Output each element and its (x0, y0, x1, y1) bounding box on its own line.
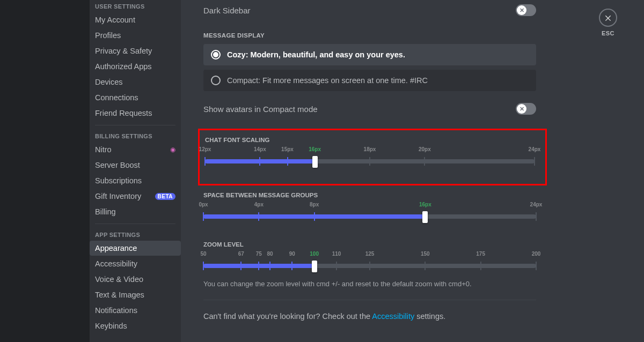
slider-tick-label: 75 (256, 251, 262, 257)
sidebar-item-label: Authorized Apps (95, 62, 152, 71)
slider-thumb[interactable] (312, 261, 317, 272)
sidebar-item-text-images[interactable]: Text & Images (90, 287, 181, 302)
slider-tick-label: 67 (238, 251, 244, 257)
slider-tick (536, 212, 537, 221)
slider-tick-label: 4px (254, 202, 264, 207)
slider-tick-label: 18px (364, 146, 376, 152)
slider-tick-label: 50 (200, 251, 206, 257)
slider-tick (291, 262, 292, 270)
slider-tick-label: 200 (532, 251, 541, 257)
zoom-level-header: ZOOM LEVEL (203, 241, 536, 248)
dark-sidebar-label: Dark Sidebar (203, 6, 251, 15)
sidebar-item-label: Profiles (95, 31, 121, 40)
slider-tick (369, 262, 370, 270)
slider-tick (536, 262, 537, 270)
sidebar-item-label: Notifications (95, 306, 137, 315)
message-display-header: MESSAGE DISPLAY (203, 32, 536, 39)
sidebar-divider (95, 224, 175, 224)
settings-sidebar: USER SETTINGSMy AccountProfilesPrivacy &… (90, 0, 181, 342)
sidebar-item-appearance[interactable]: Appearance (90, 241, 181, 256)
compact-label: Compact: Fit more messages on screen at … (227, 76, 428, 85)
zoom-level-slider[interactable]: 5067758090100110125150175200 (203, 258, 536, 277)
sidebar-item-label: Friend Requests (95, 109, 152, 117)
slider-thumb[interactable] (422, 211, 428, 223)
sidebar-item-privacy-safety[interactable]: Privacy & Safety (90, 43, 181, 58)
slider-tick-label: 80 (267, 251, 273, 257)
slider-tick-label: 110 (332, 251, 341, 257)
x-icon: ✕ (517, 5, 526, 15)
sidebar-item-label: Voice & Video (95, 275, 143, 284)
sidebar-item-subscriptions[interactable]: Subscriptions (90, 173, 181, 188)
sidebar-item-my-account[interactable]: My Account (90, 12, 181, 27)
slider-thumb[interactable] (312, 156, 318, 168)
show-avatars-row: Show avatars in Compact mode ✕ (203, 95, 536, 122)
radio-icon (211, 50, 221, 60)
sidebar-item-label: Keybinds (95, 322, 127, 330)
slider-tick (203, 262, 204, 270)
accessibility-link[interactable]: Accessibility (372, 312, 414, 321)
dark-sidebar-row: Dark Sidebar ✕ (203, 0, 536, 24)
sidebar-group-header: BILLING SETTINGS (90, 130, 181, 142)
space-between-header: SPACE BETWEEN MESSAGE GROUPS (203, 192, 536, 198)
sidebar-item-authorized-apps[interactable]: Authorized Apps (90, 59, 181, 74)
show-avatars-toggle[interactable]: ✕ (516, 103, 536, 115)
slider-tick-label: 0px (199, 202, 208, 207)
sidebar-item-label: Privacy & Safety (95, 47, 152, 55)
slider-tick-label: 90 (289, 251, 295, 257)
sidebar-item-connections[interactable]: Connections (90, 90, 181, 105)
slider-tick (424, 157, 425, 166)
slider-tick-label: 175 (476, 251, 485, 257)
sidebar-item-keybinds[interactable]: Keybinds (90, 318, 181, 333)
sidebar-item-nitro[interactable]: Nitro◉ (90, 142, 181, 157)
sidebar-item-label: Billing (95, 207, 116, 216)
slider-tick-label: 20px (419, 146, 431, 152)
nitro-icon: ◉ (170, 146, 175, 153)
sidebar-item-friend-requests[interactable]: Friend Requests (90, 106, 181, 121)
settings-content: ESC Dark Sidebar ✕ MESSAGE DISPLAY Cozy:… (181, 0, 644, 342)
sidebar-item-label: Appearance (95, 244, 137, 252)
slider-tick (240, 262, 241, 270)
slider-tick (480, 262, 481, 270)
slider-tick-label: 24px (530, 202, 543, 207)
sidebar-item-server-boost[interactable]: Server Boost (90, 158, 181, 173)
slider-tick-label: 125 (365, 251, 375, 257)
sidebar-item-notifications[interactable]: Notifications (90, 303, 181, 318)
sidebar-item-label: Devices (95, 78, 123, 86)
close-icon (599, 9, 617, 27)
sidebar-item-label: Server Boost (95, 161, 140, 169)
sidebar-item-billing[interactable]: Billing (90, 204, 181, 219)
dark-sidebar-toggle[interactable]: ✕ (516, 4, 536, 16)
slider-tick (258, 262, 259, 270)
chat-font-scaling-slider[interactable]: 12px14px15px16px18px20px24px (205, 154, 535, 172)
zoom-help-text: You can change the zoom level with cmd +… (203, 280, 536, 288)
close-button[interactable]: ESC (599, 9, 617, 36)
slider-tick-label: 24px (529, 146, 541, 152)
slider-tick (534, 157, 535, 166)
footer-text: Can't find what you're looking for? Chec… (203, 312, 536, 321)
highlight-box: CHAT FONT SCALING 12px14px15px16px18px20… (198, 129, 547, 185)
left-gutter (0, 0, 90, 342)
slider-tick (369, 157, 370, 166)
sidebar-item-label: Text & Images (95, 291, 144, 299)
sidebar-item-label: Subscriptions (95, 176, 142, 185)
sidebar-divider (95, 125, 175, 125)
sidebar-item-accessibility[interactable]: Accessibility (90, 256, 181, 271)
sidebar-item-voice-video[interactable]: Voice & Video (90, 272, 181, 287)
show-avatars-label: Show avatars in Compact mode (203, 105, 318, 114)
sidebar-item-gift-inventory[interactable]: Gift InventoryBETA (90, 189, 181, 204)
message-display-compact[interactable]: Compact: Fit more messages on screen at … (203, 70, 536, 91)
x-icon: ✕ (517, 104, 526, 114)
slider-tick (336, 262, 337, 270)
sidebar-group-header: USER SETTINGS (90, 0, 181, 12)
space-between-slider[interactable]: 0px4px8px16px24px (203, 209, 536, 227)
slider-tick-label: 100 (310, 251, 319, 257)
slider-tick-label: 12px (199, 146, 211, 152)
message-display-cozy[interactable]: Cozy: Modern, beautiful, and easy on you… (203, 44, 536, 65)
sidebar-item-profiles[interactable]: Profiles (90, 28, 181, 43)
sidebar-item-label: Connections (95, 93, 138, 102)
sidebar-item-devices[interactable]: Devices (90, 75, 181, 90)
sidebar-item-label: Gift Inventory (95, 192, 141, 200)
sidebar-group-header: APP SETTINGS (90, 228, 181, 240)
sidebar-item-label: My Account (95, 16, 135, 24)
slider-tick (203, 212, 204, 221)
